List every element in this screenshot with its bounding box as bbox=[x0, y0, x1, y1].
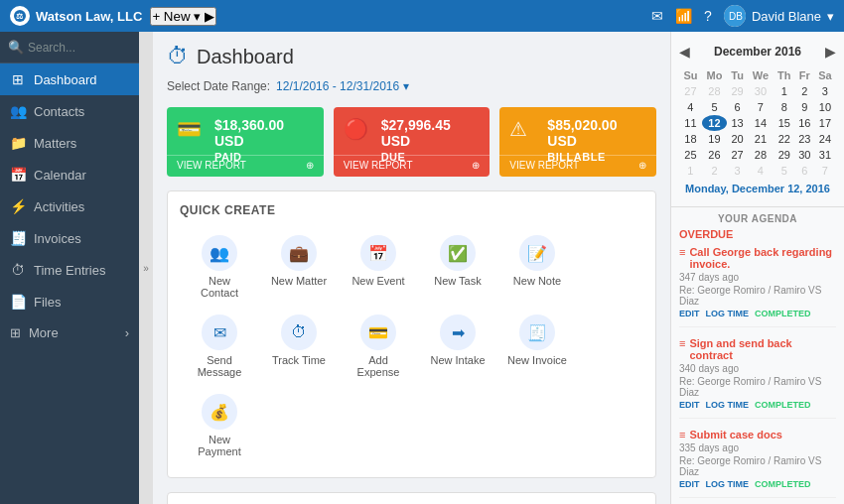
calendar-day[interactable]: 12 bbox=[702, 115, 727, 131]
agenda-items: ≡ Call George back regarding invoice. 34… bbox=[679, 246, 836, 504]
calendar-day[interactable]: 7 bbox=[748, 99, 774, 115]
calendar-day[interactable]: 19 bbox=[702, 131, 727, 147]
agenda-action-edit[interactable]: EDIT bbox=[679, 400, 700, 410]
stat-cards: 💳 $18,360.00 USD PAID VIEW REPORT ⊕ 🔴 $2… bbox=[167, 107, 656, 177]
quick-create-send-message[interactable]: ✉Send Message bbox=[180, 307, 259, 386]
calendar-day[interactable]: 20 bbox=[727, 131, 748, 147]
agenda-action-log-time[interactable]: LOG TIME bbox=[706, 400, 750, 410]
calendar-day[interactable]: 1 bbox=[679, 163, 702, 179]
calendar-day[interactable]: 1 bbox=[774, 83, 795, 99]
cal-day-header: Su bbox=[679, 67, 702, 83]
main-content: ⏱ Dashboard Select Date Range: 12/1/2016… bbox=[153, 32, 670, 504]
calendar-day[interactable]: 9 bbox=[795, 99, 814, 115]
calendar-day[interactable]: 21 bbox=[748, 131, 774, 147]
calendar-day[interactable]: 8 bbox=[774, 99, 795, 115]
quick-create-new-event[interactable]: 📅New Event bbox=[339, 227, 418, 307]
panel-collapse-button[interactable]: » bbox=[139, 32, 153, 504]
agenda-action-completed[interactable]: COMPLETED bbox=[755, 309, 811, 318]
agenda-action-completed[interactable]: COMPLETED bbox=[755, 479, 811, 489]
sidebar-item-invoices[interactable]: 🧾Invoices bbox=[0, 222, 139, 254]
calendar-day[interactable]: 24 bbox=[814, 131, 836, 147]
help-icon[interactable]: ? bbox=[704, 8, 712, 24]
sidebar-item-files[interactable]: 📄Files bbox=[0, 286, 139, 317]
quick-create-new-invoice[interactable]: 🧾New Invoice bbox=[497, 307, 577, 386]
calendar-day[interactable]: 29 bbox=[774, 147, 795, 163]
matters-icon: 📁 bbox=[10, 135, 26, 151]
agenda-action-completed[interactable]: COMPLETED bbox=[755, 400, 811, 410]
user-menu[interactable]: DB David Blane ▾ bbox=[724, 5, 834, 27]
calendar-day[interactable]: 18 bbox=[679, 131, 702, 147]
calendar-day[interactable]: 27 bbox=[679, 83, 702, 99]
calendar-day[interactable]: 14 bbox=[748, 115, 774, 131]
calendar-day[interactable]: 15 bbox=[774, 115, 795, 131]
date-range-value[interactable]: 12/1/2016 - 12/31/2016 ▾ bbox=[276, 79, 408, 93]
calendar-day[interactable]: 22 bbox=[774, 131, 795, 147]
cal-prev-button[interactable]: ◀ bbox=[679, 44, 690, 60]
agenda-title: YOUR AGENDA bbox=[679, 213, 836, 224]
calendar-day[interactable]: 3 bbox=[814, 83, 836, 99]
calendar-day[interactable]: 3 bbox=[727, 163, 748, 179]
calendar-day[interactable]: 4 bbox=[679, 99, 702, 115]
cal-day-header: Tu bbox=[727, 67, 748, 83]
sidebar-item-contacts[interactable]: 👥Contacts bbox=[0, 95, 139, 127]
sidebar-item-calendar[interactable]: 📅Calendar bbox=[0, 159, 139, 190]
agenda-item-actions: EDITLOG TIMECOMPLETED bbox=[679, 479, 836, 489]
quick-create-new-payment[interactable]: 💰New Payment bbox=[180, 386, 259, 465]
calendar-day[interactable]: 25 bbox=[679, 147, 702, 163]
sidebar-item-dashboard[interactable]: ⊞Dashboard bbox=[0, 63, 139, 95]
paid-view-report[interactable]: VIEW REPORT bbox=[177, 160, 246, 171]
agenda-action-edit[interactable]: EDIT bbox=[679, 309, 700, 318]
calendar-day[interactable]: 28 bbox=[748, 147, 774, 163]
calendar-day[interactable]: 17 bbox=[814, 115, 836, 131]
billable-view-report[interactable]: VIEW REPORT bbox=[509, 160, 579, 171]
calendar-day[interactable]: 11 bbox=[679, 115, 702, 131]
quick-create-new-task[interactable]: ✅New Task bbox=[418, 227, 497, 307]
calendar-week-row: 18192021222324 bbox=[679, 131, 836, 147]
due-view-report[interactable]: VIEW REPORT bbox=[344, 160, 413, 171]
new-button[interactable]: + New ▾ ▶ bbox=[150, 7, 216, 26]
cal-next-button[interactable]: ▶ bbox=[825, 44, 836, 60]
calendar-day[interactable]: 10 bbox=[814, 99, 836, 115]
agenda-action-log-time[interactable]: LOG TIME bbox=[706, 479, 750, 489]
calendar-selected-date: Monday, December 12, 2016 bbox=[679, 179, 836, 198]
quick-create-new-matter[interactable]: 💼New Matter bbox=[259, 227, 339, 307]
sidebar-more-item[interactable]: ⊞ More › bbox=[0, 317, 139, 348]
calendar-day[interactable]: 27 bbox=[727, 147, 748, 163]
agenda-section: YOUR AGENDA OVERDUE ≡ Call George back r… bbox=[671, 206, 844, 504]
calendar-day[interactable]: 2 bbox=[702, 163, 727, 179]
sidebar-item-time-entries[interactable]: ⏱Time Entries bbox=[0, 254, 139, 286]
calendar-day[interactable]: 16 bbox=[795, 115, 814, 131]
calendar-day[interactable]: 26 bbox=[702, 147, 727, 163]
calendar-day[interactable]: 30 bbox=[795, 147, 814, 163]
user-name: David Blane bbox=[752, 9, 821, 24]
calendar-day[interactable]: 31 bbox=[814, 147, 836, 163]
sidebar-label-dashboard: Dashboard bbox=[34, 72, 97, 87]
top-bar-right: ✉ 📶 ? DB David Blane ▾ bbox=[651, 5, 834, 27]
sidebar-item-matters[interactable]: 📁Matters bbox=[0, 127, 139, 159]
calendar-day[interactable]: 23 bbox=[795, 131, 814, 147]
agenda-action-log-time[interactable]: LOG TIME bbox=[706, 309, 750, 318]
calendar-day[interactable]: 28 bbox=[702, 83, 727, 99]
calendar-day[interactable]: 5 bbox=[774, 163, 795, 179]
calendar-day[interactable]: 5 bbox=[702, 99, 727, 115]
wifi-icon[interactable]: 📶 bbox=[675, 8, 692, 24]
calendar-day[interactable]: 6 bbox=[795, 163, 814, 179]
calendar-day[interactable]: 30 bbox=[748, 83, 774, 99]
quick-create-new-contact[interactable]: 👥New Contact bbox=[180, 227, 259, 307]
calendar-day[interactable]: 4 bbox=[748, 163, 774, 179]
quick-create-new-note[interactable]: 📝New Note bbox=[497, 227, 577, 307]
quick-create-track-time[interactable]: ⏱Track Time bbox=[259, 307, 339, 386]
sidebar-item-activities[interactable]: ⚡Activities bbox=[0, 190, 139, 222]
agenda-action-edit[interactable]: EDIT bbox=[679, 479, 700, 489]
calendar-day[interactable]: 13 bbox=[727, 115, 748, 131]
calendar-day[interactable]: 2 bbox=[795, 83, 814, 99]
quick-create-add-expense[interactable]: 💳Add Expense bbox=[339, 307, 418, 386]
email-icon[interactable]: ✉ bbox=[651, 8, 663, 24]
calendar-day[interactable]: 29 bbox=[727, 83, 748, 99]
paid-card: 💳 $18,360.00 USD PAID VIEW REPORT ⊕ bbox=[167, 107, 324, 177]
agenda-item-title: ≡ Submit case docs bbox=[679, 429, 836, 441]
quick-create-new-intake[interactable]: ➡New Intake bbox=[418, 307, 497, 386]
search-input[interactable] bbox=[28, 41, 131, 55]
calendar-day[interactable]: 7 bbox=[814, 163, 836, 179]
calendar-day[interactable]: 6 bbox=[727, 99, 748, 115]
